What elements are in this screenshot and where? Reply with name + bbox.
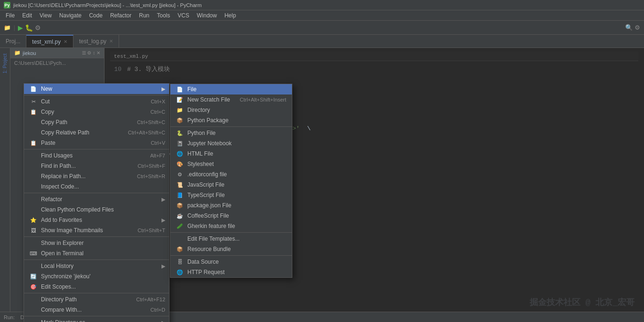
menu-item-window[interactable]: Window [193, 11, 221, 20]
submenu-item-coffeescript-file[interactable]: ☕ CoffeeScript File [170, 211, 292, 221]
menu-item-navigate[interactable]: Navigate [56, 11, 85, 20]
ctx-item-left: 📄 New [30, 85, 52, 93]
menu-item-vcs[interactable]: VCS [174, 11, 193, 20]
tab-test-xml-py[interactable]: test_xml.py✕ [26, 35, 73, 47]
ctx-icon-show-in-explorer [30, 239, 37, 247]
context-menu-separator [24, 236, 169, 237]
submenu-item-left: ☕ CoffeeScript File [176, 212, 229, 220]
ctx-item-synchronize[interactable]: 🔄 Synchronize 'jiekou' [24, 271, 169, 282]
ctx-shortcut-directory-path: Ctrl+Alt+F12 [136, 297, 165, 302]
ctx-item-open-in-terminal[interactable]: ⌨ Open in Terminal [24, 248, 169, 259]
menu-item-file[interactable]: File [2, 11, 18, 20]
ctx-item-local-history[interactable]: Local History ▶ [24, 261, 169, 271]
menu-item-view[interactable]: View [36, 11, 56, 20]
ctx-item-directory-path[interactable]: Directory Path Ctrl+Alt+F12 [24, 294, 169, 305]
submenu-icon-python-package: 📦 [176, 117, 184, 124]
ctx-item-refactor[interactable]: Refactor ▶ [24, 194, 169, 204]
ctx-icon-edit-scopes: 🎯 [30, 283, 37, 291]
tab-test-log-py[interactable]: test_log.py✕ [73, 35, 119, 47]
submenu-label-file: File [187, 86, 196, 93]
submenu-item-stylesheet[interactable]: 🎨 Stylesheet [170, 159, 292, 169]
submenu-icon-file: 📄 [176, 86, 184, 93]
submenu-item-resource-bundle[interactable]: 📦 Resource Bundle [170, 244, 292, 254]
ctx-item-left: Inspect Code... [30, 183, 79, 190]
ctx-item-left: Local History [30, 262, 73, 270]
submenu-item-left: 📦 Python Package [176, 117, 228, 124]
ctx-item-mark-directory[interactable]: Mark Directory as ▶ [24, 317, 169, 322]
ctx-item-compare-with[interactable]: Compare With... Ctrl+D [24, 305, 169, 315]
submenu-item-python-file[interactable]: 🐍 Python File [170, 128, 292, 138]
submenu-shortcut-new-scratch-file: Ctrl+Alt+Shift+Insert [240, 97, 286, 102]
ctx-item-find-in-path[interactable]: Find in Path... Ctrl+Shift+F [24, 161, 169, 171]
ctx-item-show-in-explorer[interactable]: Show in Explorer [24, 238, 169, 248]
submenu-icon-package-json-file: 📦 [176, 202, 184, 209]
tab-close-icon[interactable]: ✕ [64, 39, 67, 44]
ctx-item-left: Clean Python Compiled Files [30, 206, 114, 213]
context-menu-separator [24, 149, 169, 149]
toolbar: 📁 | ▶ 🐛 ⚙ 🔍 ⚙ [0, 21, 644, 35]
submenu-item-html-file[interactable]: 🌐 HTML File [170, 149, 292, 159]
ctx-item-copy[interactable]: 📋 Copy Ctrl+C [24, 107, 169, 117]
submenu-item-left: ⚙ .editorconfig file [176, 171, 227, 178]
submenu-item-left: 🌐 HTML File [176, 150, 213, 157]
submenu-label-editorconfig-file: .editorconfig file [187, 171, 227, 178]
submenu-item-editorconfig-file[interactable]: ⚙ .editorconfig file [170, 169, 292, 180]
submenu-item-package-json-file[interactable]: 📦 package.json File [170, 200, 292, 211]
ctx-item-copy-path[interactable]: Copy Path Ctrl+Shift+C [24, 117, 169, 127]
toolbar-icon-run[interactable]: ▶ [18, 24, 23, 31]
toolbar-icon-settings[interactable]: ⚙ [35, 24, 41, 31]
ctx-item-left: 📋 Copy [30, 108, 54, 116]
ctx-label-find-in-path: Find in Path... [41, 163, 76, 169]
toolbar-icon-debug[interactable]: 🐛 [25, 24, 33, 31]
submenu-item-typescript-file[interactable]: 📘 TypeScript File [170, 190, 292, 200]
submenu-item-gherkin-feature-file[interactable]: 🥒 Gherkin feature file [170, 221, 292, 231]
ctx-item-copy-relative-path[interactable]: Copy Relative Path Ctrl+Alt+Shift+C [24, 127, 169, 138]
ctx-item-left: 🎯 Edit Scopes... [30, 283, 76, 291]
ctx-icon-clean-python [30, 206, 37, 213]
submenu-item-edit-file-templates[interactable]: Edit File Templates... [170, 234, 292, 244]
menu-item-run[interactable]: Run [135, 11, 153, 20]
menu-item-help[interactable]: Help [221, 11, 240, 20]
project-panel-tab[interactable]: 1: Project [2, 54, 8, 73]
submenu-item-new-scratch-file[interactable]: 📝 New Scratch File Ctrl+Alt+Shift+Insert [170, 94, 292, 105]
menu-item-tools[interactable]: Tools [153, 11, 174, 20]
ctx-item-edit-scopes[interactable]: 🎯 Edit Scopes... [24, 282, 169, 292]
toolbar-search-icon[interactable]: 🔍 [625, 24, 633, 31]
ctx-shortcut-replace-in-path: Ctrl+Shift+R [137, 173, 165, 179]
ctx-item-cut[interactable]: ✂ Cut Ctrl+X [24, 96, 169, 107]
ctx-item-paste[interactable]: 📋 Paste Ctrl+V [24, 138, 169, 148]
submenu-item-http-request[interactable]: 🌐 HTTP Request [170, 267, 292, 277]
context-menu-separator [24, 95, 169, 95]
submenu-item-jupyter-notebook[interactable]: 📓 Jupyter Notebook [170, 138, 292, 149]
ctx-shortcut-mark-directory: ▶ [161, 320, 165, 322]
ctx-icon-copy-relative-path [30, 129, 37, 136]
submenu-icon-html-file: 🌐 [176, 150, 184, 157]
tab-proj---[interactable]: Proj... [0, 35, 26, 47]
ctx-icon-find-in-path [30, 162, 37, 170]
tab-close-icon[interactable]: ✕ [109, 39, 113, 44]
submenu-item-data-source[interactable]: 🗄 Data Source [170, 257, 292, 267]
menu-item-edit[interactable]: Edit [18, 11, 36, 20]
ctx-item-show-image-thumbnails[interactable]: 🖼 Show Image Thumbnails Ctrl+Shift+T [24, 225, 169, 236]
ctx-shortcut-add-to-favorites: ▶ [161, 217, 165, 223]
toolbar-project-label: 📁 [4, 24, 11, 31]
ctx-shortcut-copy: Ctrl+C [151, 109, 165, 115]
ctx-item-replace-in-path[interactable]: Replace in Path... Ctrl+Shift+R [24, 171, 169, 181]
ctx-item-find-usages[interactable]: Find Usages Alt+F7 [24, 150, 169, 161]
ctx-icon-paste: 📋 [30, 139, 37, 147]
menu-item-refactor[interactable]: Refactor [106, 11, 135, 20]
ctx-item-clean-python[interactable]: Clean Python Compiled Files [24, 204, 169, 215]
submenu-item-directory[interactable]: 📁 Directory [170, 105, 292, 115]
ctx-label-edit-scopes: Edit Scopes... [41, 283, 76, 290]
ctx-item-inspect-code[interactable]: Inspect Code... [24, 181, 169, 192]
submenu-label-python-file: Python File [187, 130, 216, 136]
toolbar-gear-icon[interactable]: ⚙ [635, 24, 640, 31]
menu-item-code[interactable]: Code [85, 11, 106, 20]
submenu-item-python-package[interactable]: 📦 Python Package [170, 115, 292, 126]
submenu-item-javascript-file[interactable]: 📜 JavaScript File [170, 180, 292, 190]
ctx-label-synchronize: Synchronize 'jiekou' [41, 273, 90, 280]
ctx-item-new[interactable]: 📄 New ▶ 📄 File 📝 New Scratch File [24, 84, 169, 94]
submenu-label-typescript-file: TypeScript File [187, 192, 225, 198]
submenu-item-file[interactable]: 📄 File [170, 84, 292, 94]
ctx-item-add-to-favorites[interactable]: ⭐ Add to Favorites ▶ [24, 215, 169, 225]
